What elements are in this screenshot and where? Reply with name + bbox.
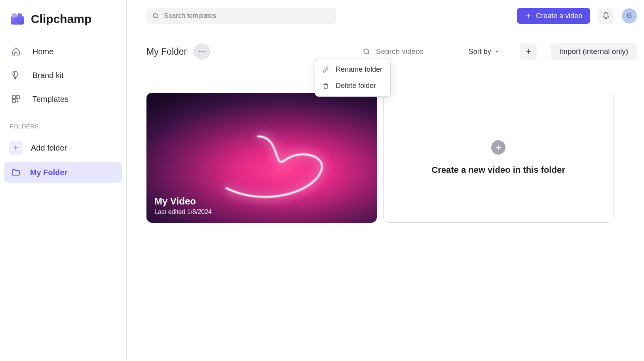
avatar-initial: G <box>627 12 632 20</box>
svg-rect-5 <box>12 99 15 103</box>
svg-point-7 <box>199 51 201 52</box>
svg-rect-3 <box>12 96 15 99</box>
search-templates[interactable] <box>146 8 336 24</box>
svg-rect-2 <box>17 13 22 18</box>
svg-point-10 <box>364 49 369 53</box>
brand-name: Clipchamp <box>31 12 91 26</box>
import-button[interactable]: Import (internal only) <box>551 43 637 60</box>
sidebar-folder-label: My Folder <box>30 168 67 177</box>
menu-item-label: Rename folder <box>336 65 382 74</box>
brand[interactable]: Clipchamp <box>4 7 122 39</box>
create-card-label: Create a new video in this folder <box>431 165 565 175</box>
menu-item-label: Delete folder <box>336 82 376 90</box>
video-card-overlay: My Video Last edited 1/8/2024 <box>146 189 377 223</box>
sidebar-item-label: Templates <box>32 95 68 104</box>
sort-label: Sort by <box>469 48 491 56</box>
notifications-button[interactable] <box>598 8 614 24</box>
more-horizontal-icon <box>198 48 205 55</box>
folder-context-menu: Rename folder Delete folder <box>315 59 391 97</box>
svg-point-9 <box>203 51 205 52</box>
add-folder-button[interactable]: Add folder <box>4 135 122 160</box>
chevron-down-icon <box>494 49 500 54</box>
menu-delete-folder[interactable]: Delete folder <box>315 78 390 94</box>
search-videos-input[interactable] <box>376 47 447 56</box>
menu-rename-folder[interactable]: Rename folder <box>315 61 390 78</box>
page-title: My Folder <box>146 46 187 57</box>
clipchamp-logo-icon <box>9 11 25 27</box>
page-header: My Folder Sort by <box>146 27 637 60</box>
sidebar-item-label: Home <box>32 47 53 56</box>
search-templates-input[interactable] <box>164 12 331 20</box>
sidebar: Clipchamp Home Brand kit Templates FOLDE… <box>0 0 127 361</box>
folders-section-label: FOLDERS <box>4 112 122 134</box>
brandkit-icon <box>11 71 21 80</box>
new-button[interactable] <box>520 43 537 60</box>
sidebar-item-brandkit[interactable]: Brand kit <box>4 64 122 86</box>
add-folder-label: Add folder <box>31 143 67 153</box>
pencil-icon <box>322 66 330 73</box>
main: Create a video G My Folder <box>127 0 644 361</box>
video-card[interactable]: My Video Last edited 1/8/2024 <box>146 93 377 223</box>
import-label: Import (internal only) <box>559 47 628 55</box>
folder-more-button[interactable] <box>194 44 210 59</box>
avatar[interactable]: G <box>622 8 637 23</box>
search-icon <box>152 12 159 19</box>
sidebar-folder-myfolder[interactable]: My Folder <box>4 162 122 183</box>
svg-point-6 <box>153 13 158 18</box>
folder-icon <box>11 168 21 177</box>
plus-circle-icon <box>491 140 505 155</box>
search-icon <box>363 48 370 55</box>
plus-icon <box>9 141 23 155</box>
sidebar-item-label: Brand kit <box>32 71 64 80</box>
svg-point-8 <box>201 51 203 52</box>
sidebar-item-templates[interactable]: Templates <box>4 88 122 110</box>
video-grid: My Video Last edited 1/8/2024 Create a n… <box>146 93 637 223</box>
sort-button[interactable]: Sort by <box>462 48 506 56</box>
create-video-card[interactable]: Create a new video in this folder <box>383 93 614 223</box>
svg-rect-4 <box>16 96 19 99</box>
trash-icon <box>322 82 330 90</box>
video-subtitle: Last edited 1/8/2024 <box>154 208 369 216</box>
plus-icon <box>524 48 532 55</box>
bell-icon <box>602 12 610 20</box>
search-videos[interactable] <box>363 47 455 56</box>
topbar: Create a video G <box>146 0 637 27</box>
create-video-button[interactable]: Create a video <box>517 8 590 24</box>
create-video-label: Create a video <box>536 12 582 20</box>
plus-icon <box>525 12 532 19</box>
sidebar-item-home[interactable]: Home <box>4 40 122 63</box>
templates-icon <box>11 94 21 104</box>
video-title: My Video <box>154 196 369 207</box>
home-icon <box>11 47 21 56</box>
